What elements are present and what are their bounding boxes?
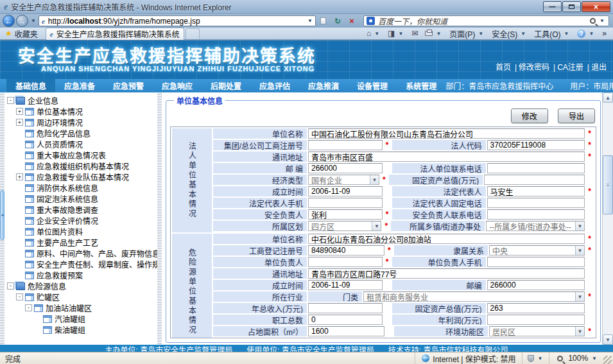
header-link[interactable]: 首页 [496,63,511,72]
address-dropdown-icon[interactable]: ▼ [306,18,314,24]
text-input[interactable]: 0 [308,315,383,325]
text-input[interactable] [487,163,585,173]
text-input[interactable] [308,338,383,338]
text-input[interactable]: 中石化山东青岛石油分公司8加油站 [308,234,585,244]
tree-item[interactable]: +单位基本情况 [4,106,157,117]
text-input[interactable]: 266000 [308,163,383,173]
nav-item[interactable]: 应急响应 [153,79,202,92]
text-input[interactable] [308,140,383,150]
nav-item[interactable]: 应急推演 [299,79,348,92]
maximize-button[interactable] [562,1,581,12]
chevron-down-icon[interactable]: ▼ [372,221,381,230]
resize-grip[interactable] [603,356,612,364]
nav-item[interactable]: 应急评估 [250,79,299,92]
tree-expander-icon[interactable]: + [16,108,23,115]
text-input[interactable]: 2006-11-09 [308,280,383,290]
tree-item[interactable]: +危险化学品信息 [4,128,157,139]
tree-expander-icon[interactable]: - [25,304,32,311]
minimize-button[interactable]: — [543,1,562,12]
page-menu-button[interactable]: 页面(P)▼ [447,28,487,40]
refresh-button[interactable]: ↻ [331,15,344,27]
text-input[interactable]: 四方区安监局 [487,338,585,338]
stop-button[interactable]: × [345,15,358,27]
text-input[interactable] [487,315,585,325]
tree-item[interactable]: +安全生产责任制、规章制度、操作规程信息 [4,259,157,270]
text-input[interactable] [308,257,383,267]
chevron-down-icon[interactable]: ▼ [575,327,584,336]
text-input[interactable]: 中国石油化工股份有限公司山东青岛石油分公司 [308,128,585,139]
text-input[interactable]: 青岛市市南区百盛 [308,152,585,162]
text-input[interactable]: 370205F119008 [487,140,585,150]
header-link[interactable]: 退出 [591,63,607,72]
read-mail-button[interactable]: ✉ [409,28,420,39]
zoom-control[interactable]: 100% ▼ [549,352,603,364]
nav-item[interactable]: 设备管理 [348,79,397,92]
tree-item[interactable]: +周边环境情况 [4,117,157,128]
chevron-down-icon[interactable]: ▼ [575,292,584,301]
help-button[interactable]: ?▼ [574,29,598,39]
tree-item[interactable]: +汽油罐组 [4,313,157,324]
text-input[interactable] [487,257,585,267]
nav-item[interactable]: 后期处置 [202,79,250,92]
select-input[interactable]: 四方区▼ [308,221,381,231]
text-input[interactable]: 马安生 [487,186,585,196]
back-button[interactable]: ← [3,15,15,27]
select-input[interactable]: 租赁和商务服务业▼ [363,291,585,302]
new-tab-button[interactable] [186,28,200,39]
favorites-button[interactable]: 收藏夹 [15,28,38,39]
search-box[interactable]: 百度一下，你就知道 ▼ [363,15,609,26]
text-input[interactable] [308,303,383,313]
text-input[interactable] [484,175,585,185]
text-input[interactable]: 266000 [487,280,585,290]
history-dropdown-icon[interactable]: ▼ [30,18,37,24]
tree-expander-icon[interactable]: + [16,173,23,180]
select-input[interactable]: 国有企业▼ [308,175,379,185]
home-button[interactable]: ⌂▼ [364,28,383,39]
text-input[interactable]: 1600 [308,326,384,336]
chevron-down-icon[interactable]: ▼ [575,221,584,230]
header-link[interactable]: 修改密码 [519,63,549,72]
privacy-report-button[interactable]: ▼ [522,352,549,364]
tree-item[interactable]: +人员资质情况 [4,139,157,150]
tree-item[interactable]: +柴油罐组 [4,324,157,335]
nav-item[interactable]: 应急准备 [55,79,104,92]
feeds-button[interactable]: ◨▼ [385,28,407,39]
text-input[interactable] [487,198,585,208]
tree-item[interactable]: +消防供水系统信息 [4,182,157,193]
close-button[interactable]: × [582,1,610,12]
tree-item[interactable]: +应急救援组织机构基本情况 [4,160,157,171]
text-input[interactable]: 青岛市四方区周口路77号 [308,268,585,279]
tree-expander-icon[interactable]: - [7,97,14,104]
tree-item[interactable]: +原料、中间产物、产品、废弃物信息 [4,248,157,259]
tree-expander-icon[interactable]: + [16,119,23,126]
tree-item[interactable]: +应急救援专业队伍基本情况 [4,171,157,182]
tree-item[interactable]: +单位图片资料 [4,226,157,237]
nav-item[interactable]: 基础信息 [6,79,55,92]
text-input[interactable] [308,198,383,208]
compatibility-view-button[interactable] [317,15,330,27]
search-dropdown-icon[interactable]: ▼ [598,18,606,24]
overflow-button[interactable]: » [600,28,609,39]
text-input[interactable]: 263 [487,303,585,313]
scroll-up-icon[interactable]: ▲ [603,92,613,103]
browser-tab[interactable]: e 安全生产应急救援指挥辅助决策系统 [46,28,184,40]
tree-item[interactable]: -企业信息 [4,95,157,106]
search-icon[interactable] [590,18,596,24]
select-input[interactable]: 中央▼ [489,245,585,256]
tree-item[interactable]: -危险源信息 [4,281,157,291]
left-splitter[interactable]: ◂ [0,92,4,345]
print-button[interactable]: ▼ [422,30,445,37]
tools-menu-button[interactable]: 工具(O)▼ [531,28,573,40]
select-input[interactable]: 居民区▼ [489,326,585,336]
modify-button[interactable]: 修改 [511,108,548,123]
nav-item[interactable]: 系统管理 [397,79,445,92]
export-button[interactable]: 导出 [558,108,595,123]
chevron-down-icon[interactable]: ▼ [370,175,379,184]
favorites-star-icon[interactable]: ★ [5,29,12,38]
tree-item[interactable]: -贮罐区 [4,291,157,302]
text-input[interactable] [487,209,585,220]
tree-expander-icon[interactable]: - [7,282,14,290]
nav-item[interactable]: 应急预警 [104,79,153,92]
content-scrollbar[interactable]: ▲ ≡ ▼ [602,92,613,345]
text-input[interactable]: 张利 [308,209,383,220]
